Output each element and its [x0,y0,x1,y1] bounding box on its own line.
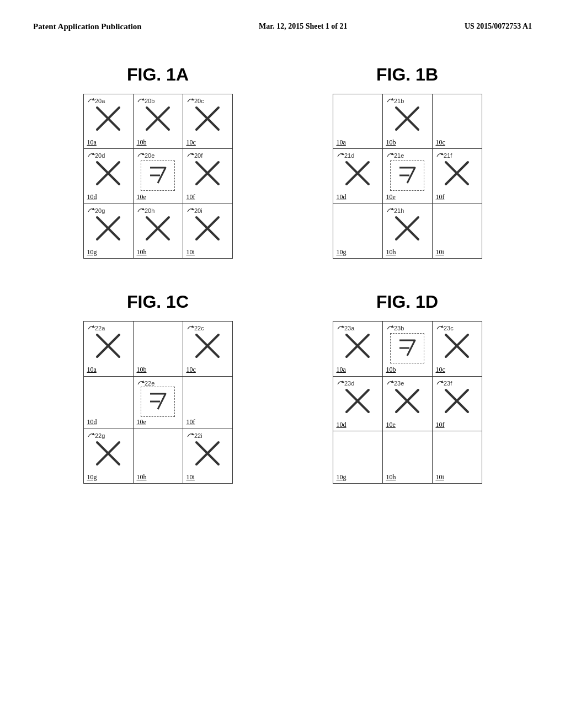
ref-arrow-icon: 20h [137,206,157,214]
cell-bottom-label: 10e [137,418,179,426]
grid-cell: 20b 10b [133,94,183,149]
x-symbol [186,439,229,472]
header-left: Patent Application Publication [33,22,142,31]
dashed-indicator [390,333,424,363]
ref-arrow-icon: 20a [87,97,107,104]
svg-text:22g: 22g [95,432,105,439]
dashed-indicator [141,160,175,191]
grid-cell: 21h 10h [382,204,432,258]
cell-ref-label: 20c [186,97,206,105]
cell-bottom-label: 10f [186,418,229,426]
x-symbol [87,331,130,365]
grid-cell: 20c 10c [183,94,232,149]
page: Patent Application Publication Mar. 12, … [0,0,565,728]
x-symbol [186,104,229,137]
cell-bottom-label: 10b [137,138,179,146]
grid-cell: 10i [432,431,482,483]
svg-text:21e: 21e [394,152,404,159]
cell-bottom-label: 10b [386,138,429,146]
svg-text:20h: 20h [145,207,154,214]
ref-arrow-icon: 23b [386,324,406,331]
x-cross-icon [343,159,372,188]
seven-mirror-icon [146,389,170,414]
ref-arrow-icon: 20g [87,206,107,214]
figure-1c-title: FIG. 1C [127,292,189,312]
cell-bottom-label: 10d [337,193,379,201]
x-symbol [436,331,478,365]
cell-ref-label: 22c [186,324,206,333]
cell-bottom-label: 10a [87,366,130,373]
svg-text:20i: 20i [194,207,202,214]
svg-text:21d: 21d [344,152,354,159]
ref-arrow-icon: 20d [87,151,107,159]
grid-cell: 20h 10h [133,204,183,258]
figure-1c-grid: 22a 10a10b 22c 10c10d 22e 10e10f 22g [83,321,233,484]
x-cross-icon [393,214,422,243]
grid-cell: 22i 10i [183,429,232,483]
cell-bottom-label: 10d [87,418,130,426]
cell-ref-label: 23c [436,324,456,333]
cell-bottom-label: 10i [186,473,229,481]
cell-ref-label: 20a [87,97,107,105]
x-cross-icon [343,331,372,360]
svg-text:20b: 20b [145,98,154,104]
grid-cell: 23f 10f [432,376,482,431]
figure-1b: FIG. 1B 10a 21b 10b10c 21d 10d 21e [333,65,482,259]
cell-bottom-label: 10a [337,366,379,373]
grid-cell: 10g [333,204,382,258]
grid-cell: 20a 10a [83,94,133,149]
cell-ref-label: 21f [436,151,456,160]
cell-bottom-label: 10h [386,248,429,256]
ref-arrow-icon: 23a [337,324,356,331]
seven-mirror-icon [395,336,419,360]
grid-cell: 10b [133,322,183,376]
dashed-indicator [390,160,424,191]
cell-ref-label: 22g [87,431,107,440]
cell-ref-label: 23b [386,324,406,333]
svg-text:20e: 20e [145,152,154,159]
svg-text:22i: 22i [194,432,202,439]
x-cross-icon [193,439,222,468]
x-cross-icon [143,214,172,243]
ref-arrow-icon: 22i [186,431,206,439]
cell-bottom-label: 10i [436,248,478,256]
x-cross-icon [193,104,222,133]
x-symbol [87,439,130,472]
x-symbol [186,159,229,192]
grid-cell: 10h [382,431,432,483]
cell-ref-label: 23a [337,324,356,333]
grid-cell: 22a 10a [83,322,133,376]
x-cross-icon [393,104,422,133]
grid-cell: 22c 10c [183,322,232,376]
cell-bottom-label: 10g [87,248,130,256]
cell-ref-label: 23d [337,379,356,388]
cell-ref-label: 21e [386,151,406,160]
dashed-indicator [141,387,175,417]
x-cross-icon [343,387,372,415]
cell-bottom-label: 10i [186,248,229,256]
cell-bottom-label: 10c [436,366,478,373]
grid-cell: 10f [183,376,232,429]
figure-1d-title: FIG. 1D [376,292,438,312]
grid-cell: 20d 10d [83,149,133,204]
figure-1d-grid: 23a 10a 23b 10b 23c 10c 23d [333,321,482,484]
cell-ref-label: 22i [186,431,206,440]
x-cross-icon [94,104,122,133]
ref-arrow-icon: 23f [436,379,456,387]
cell-bottom-label: 10h [386,473,429,481]
ref-arrow-icon: 21b [386,97,406,104]
svg-text:22a: 22a [95,325,105,331]
grid-cell: 10i [432,204,482,258]
ref-arrow-icon: 20e [137,151,157,159]
cell-bottom-label: 10b [386,366,429,373]
svg-text:21f: 21f [444,152,452,159]
x-symbol [186,214,229,247]
cell-bottom-label: 10i [436,473,478,481]
cell-ref-label: 20b [137,97,157,105]
cell-bottom-label: 10f [186,193,229,201]
cell-ref-label: 20i [186,206,206,215]
grid-cell: 23b 10b [382,322,432,376]
cell-ref-label: 20d [87,151,107,160]
x-cross-icon [193,331,222,360]
x-symbol [386,104,429,137]
